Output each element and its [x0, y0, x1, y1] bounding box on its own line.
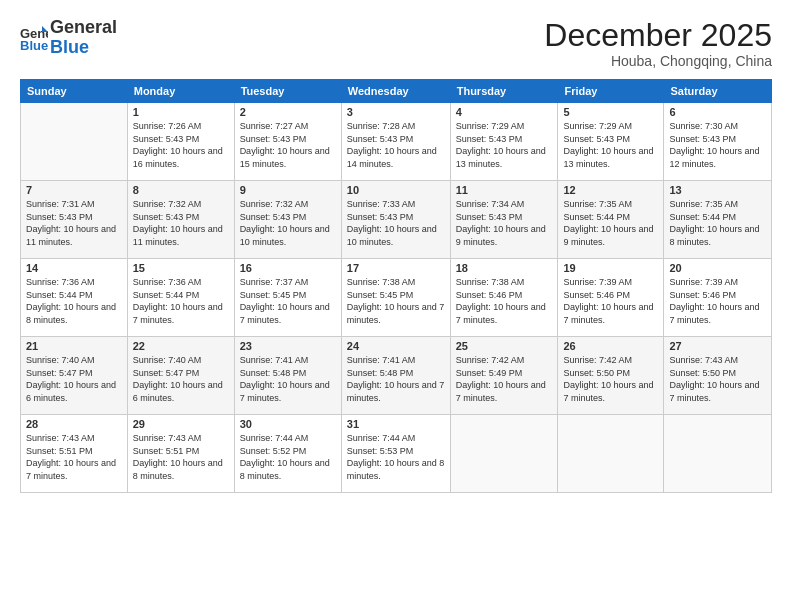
cell-0-2: 2Sunrise: 7:27 AM Sunset: 5:43 PM Daylig… — [234, 103, 341, 181]
cell-info-20: Sunrise: 7:39 AM Sunset: 5:46 PM Dayligh… — [669, 276, 766, 326]
week-row-3: 21Sunrise: 7:40 AM Sunset: 5:47 PM Dayli… — [21, 337, 772, 415]
day-number-21: 21 — [26, 340, 122, 352]
cell-2-0: 14Sunrise: 7:36 AM Sunset: 5:44 PM Dayli… — [21, 259, 128, 337]
cell-4-6 — [664, 415, 772, 493]
cell-info-18: Sunrise: 7:38 AM Sunset: 5:46 PM Dayligh… — [456, 276, 553, 326]
cell-info-6: Sunrise: 7:30 AM Sunset: 5:43 PM Dayligh… — [669, 120, 766, 170]
cell-info-17: Sunrise: 7:38 AM Sunset: 5:45 PM Dayligh… — [347, 276, 445, 326]
cell-info-7: Sunrise: 7:31 AM Sunset: 5:43 PM Dayligh… — [26, 198, 122, 248]
day-number-29: 29 — [133, 418, 229, 430]
cell-info-8: Sunrise: 7:32 AM Sunset: 5:43 PM Dayligh… — [133, 198, 229, 248]
header-saturday: Saturday — [664, 80, 772, 103]
day-number-12: 12 — [563, 184, 658, 196]
logo: General Blue General Blue — [20, 18, 117, 58]
cell-4-4 — [450, 415, 558, 493]
cell-info-2: Sunrise: 7:27 AM Sunset: 5:43 PM Dayligh… — [240, 120, 336, 170]
cell-3-1: 22Sunrise: 7:40 AM Sunset: 5:47 PM Dayli… — [127, 337, 234, 415]
cell-info-12: Sunrise: 7:35 AM Sunset: 5:44 PM Dayligh… — [563, 198, 658, 248]
cell-info-26: Sunrise: 7:42 AM Sunset: 5:50 PM Dayligh… — [563, 354, 658, 404]
cell-3-6: 27Sunrise: 7:43 AM Sunset: 5:50 PM Dayli… — [664, 337, 772, 415]
day-number-23: 23 — [240, 340, 336, 352]
cell-info-16: Sunrise: 7:37 AM Sunset: 5:45 PM Dayligh… — [240, 276, 336, 326]
cell-info-27: Sunrise: 7:43 AM Sunset: 5:50 PM Dayligh… — [669, 354, 766, 404]
week-row-1: 7Sunrise: 7:31 AM Sunset: 5:43 PM Daylig… — [21, 181, 772, 259]
cell-info-31: Sunrise: 7:44 AM Sunset: 5:53 PM Dayligh… — [347, 432, 445, 482]
header-tuesday: Tuesday — [234, 80, 341, 103]
cell-3-5: 26Sunrise: 7:42 AM Sunset: 5:50 PM Dayli… — [558, 337, 664, 415]
cell-2-6: 20Sunrise: 7:39 AM Sunset: 5:46 PM Dayli… — [664, 259, 772, 337]
day-number-15: 15 — [133, 262, 229, 274]
day-number-14: 14 — [26, 262, 122, 274]
cell-2-1: 15Sunrise: 7:36 AM Sunset: 5:44 PM Dayli… — [127, 259, 234, 337]
day-number-17: 17 — [347, 262, 445, 274]
cell-info-19: Sunrise: 7:39 AM Sunset: 5:46 PM Dayligh… — [563, 276, 658, 326]
day-number-4: 4 — [456, 106, 553, 118]
cell-info-13: Sunrise: 7:35 AM Sunset: 5:44 PM Dayligh… — [669, 198, 766, 248]
day-number-6: 6 — [669, 106, 766, 118]
cell-2-5: 19Sunrise: 7:39 AM Sunset: 5:46 PM Dayli… — [558, 259, 664, 337]
day-number-24: 24 — [347, 340, 445, 352]
cell-4-3: 31Sunrise: 7:44 AM Sunset: 5:53 PM Dayli… — [341, 415, 450, 493]
cell-info-28: Sunrise: 7:43 AM Sunset: 5:51 PM Dayligh… — [26, 432, 122, 482]
day-number-9: 9 — [240, 184, 336, 196]
cell-0-0 — [21, 103, 128, 181]
svg-text:Blue: Blue — [20, 38, 48, 52]
week-row-2: 14Sunrise: 7:36 AM Sunset: 5:44 PM Dayli… — [21, 259, 772, 337]
logo-blue-text: Blue — [50, 37, 89, 57]
cell-2-2: 16Sunrise: 7:37 AM Sunset: 5:45 PM Dayli… — [234, 259, 341, 337]
day-number-31: 31 — [347, 418, 445, 430]
logo-icon: General Blue — [20, 24, 48, 52]
day-number-18: 18 — [456, 262, 553, 274]
cell-info-30: Sunrise: 7:44 AM Sunset: 5:52 PM Dayligh… — [240, 432, 336, 482]
cell-3-4: 25Sunrise: 7:42 AM Sunset: 5:49 PM Dayli… — [450, 337, 558, 415]
day-number-26: 26 — [563, 340, 658, 352]
day-number-7: 7 — [26, 184, 122, 196]
cell-0-5: 5Sunrise: 7:29 AM Sunset: 5:43 PM Daylig… — [558, 103, 664, 181]
day-number-16: 16 — [240, 262, 336, 274]
day-number-19: 19 — [563, 262, 658, 274]
cell-info-22: Sunrise: 7:40 AM Sunset: 5:47 PM Dayligh… — [133, 354, 229, 404]
header-friday: Friday — [558, 80, 664, 103]
cell-info-9: Sunrise: 7:32 AM Sunset: 5:43 PM Dayligh… — [240, 198, 336, 248]
cell-3-3: 24Sunrise: 7:41 AM Sunset: 5:48 PM Dayli… — [341, 337, 450, 415]
cell-2-4: 18Sunrise: 7:38 AM Sunset: 5:46 PM Dayli… — [450, 259, 558, 337]
day-number-5: 5 — [563, 106, 658, 118]
cell-0-1: 1Sunrise: 7:26 AM Sunset: 5:43 PM Daylig… — [127, 103, 234, 181]
header-wednesday: Wednesday — [341, 80, 450, 103]
day-number-25: 25 — [456, 340, 553, 352]
day-number-1: 1 — [133, 106, 229, 118]
header-thursday: Thursday — [450, 80, 558, 103]
calendar-header-row: Sunday Monday Tuesday Wednesday Thursday… — [21, 80, 772, 103]
day-number-20: 20 — [669, 262, 766, 274]
cell-info-23: Sunrise: 7:41 AM Sunset: 5:48 PM Dayligh… — [240, 354, 336, 404]
day-number-3: 3 — [347, 106, 445, 118]
cell-3-2: 23Sunrise: 7:41 AM Sunset: 5:48 PM Dayli… — [234, 337, 341, 415]
cell-info-14: Sunrise: 7:36 AM Sunset: 5:44 PM Dayligh… — [26, 276, 122, 326]
cell-info-3: Sunrise: 7:28 AM Sunset: 5:43 PM Dayligh… — [347, 120, 445, 170]
cell-1-5: 12Sunrise: 7:35 AM Sunset: 5:44 PM Dayli… — [558, 181, 664, 259]
day-number-13: 13 — [669, 184, 766, 196]
cell-0-6: 6Sunrise: 7:30 AM Sunset: 5:43 PM Daylig… — [664, 103, 772, 181]
cell-4-0: 28Sunrise: 7:43 AM Sunset: 5:51 PM Dayli… — [21, 415, 128, 493]
cell-info-15: Sunrise: 7:36 AM Sunset: 5:44 PM Dayligh… — [133, 276, 229, 326]
cell-4-1: 29Sunrise: 7:43 AM Sunset: 5:51 PM Dayli… — [127, 415, 234, 493]
title-block: December 2025 Houba, Chongqing, China — [544, 18, 772, 69]
cell-1-6: 13Sunrise: 7:35 AM Sunset: 5:44 PM Dayli… — [664, 181, 772, 259]
day-number-22: 22 — [133, 340, 229, 352]
week-row-4: 28Sunrise: 7:43 AM Sunset: 5:51 PM Dayli… — [21, 415, 772, 493]
cell-1-0: 7Sunrise: 7:31 AM Sunset: 5:43 PM Daylig… — [21, 181, 128, 259]
cell-4-5 — [558, 415, 664, 493]
day-number-10: 10 — [347, 184, 445, 196]
cell-1-4: 11Sunrise: 7:34 AM Sunset: 5:43 PM Dayli… — [450, 181, 558, 259]
cell-4-2: 30Sunrise: 7:44 AM Sunset: 5:52 PM Dayli… — [234, 415, 341, 493]
cell-0-4: 4Sunrise: 7:29 AM Sunset: 5:43 PM Daylig… — [450, 103, 558, 181]
header-sunday: Sunday — [21, 80, 128, 103]
day-number-11: 11 — [456, 184, 553, 196]
calendar: Sunday Monday Tuesday Wednesday Thursday… — [20, 79, 772, 493]
page: General Blue General Blue December 2025 … — [0, 0, 792, 612]
logo-general-text: General — [50, 17, 117, 37]
cell-info-24: Sunrise: 7:41 AM Sunset: 5:48 PM Dayligh… — [347, 354, 445, 404]
cell-2-3: 17Sunrise: 7:38 AM Sunset: 5:45 PM Dayli… — [341, 259, 450, 337]
header: General Blue General Blue December 2025 … — [20, 18, 772, 69]
cell-info-11: Sunrise: 7:34 AM Sunset: 5:43 PM Dayligh… — [456, 198, 553, 248]
